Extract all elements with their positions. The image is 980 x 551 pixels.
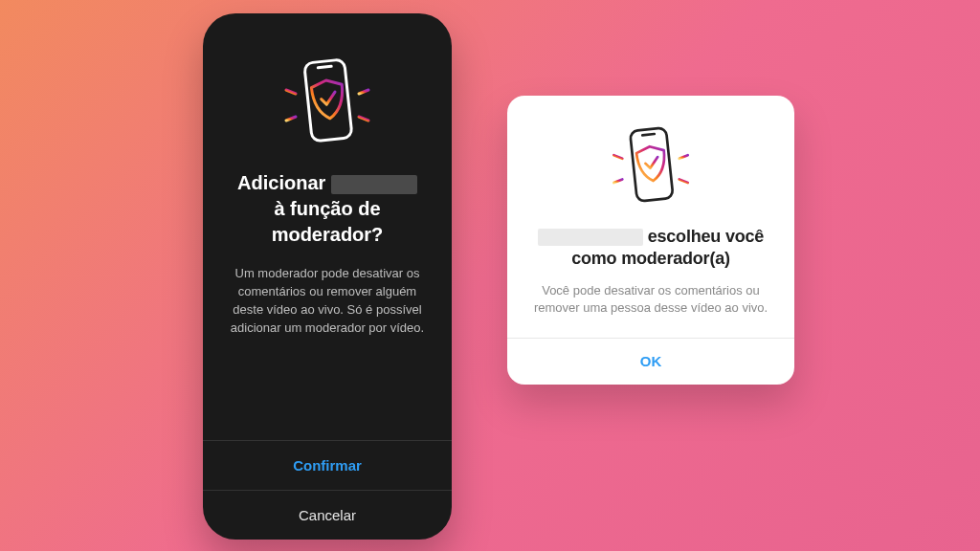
ok-button[interactable]: OK — [507, 338, 794, 385]
add-moderator-dialog: Adicionar à função de moderador? Um mode… — [203, 13, 452, 540]
phone-shield-icon — [603, 122, 699, 209]
svg-line-15 — [642, 134, 655, 135]
dialog-title: escolheu você como moderador(a) — [528, 226, 773, 271]
svg-line-2 — [286, 117, 296, 121]
svg-line-11 — [679, 155, 688, 159]
confirm-button[interactable]: Confirmar — [203, 440, 452, 490]
redacted-username — [331, 175, 417, 194]
title-prefix: Adicionar — [237, 172, 325, 193]
svg-line-5 — [359, 117, 368, 121]
svg-line-3 — [359, 90, 368, 94]
phone-shield-icon — [275, 54, 380, 149]
redacted-username — [538, 229, 643, 246]
moderator-notice-dialog: escolheu você como moderador(a) Você pod… — [507, 96, 794, 385]
svg-line-13 — [679, 179, 688, 183]
cancel-button[interactable]: Cancelar — [203, 490, 452, 540]
dialog-body: Um moderador pode desativar os comentári… — [224, 265, 431, 337]
title-suffix: à função de moderador? — [272, 198, 384, 245]
dialog-actions: Confirmar Cancelar — [203, 440, 452, 540]
svg-line-7 — [318, 66, 331, 67]
svg-line-8 — [613, 155, 622, 159]
dialog-body: Você pode desativar os comentários ou re… — [528, 282, 773, 317]
svg-line-10 — [613, 179, 622, 183]
dialog-title: Adicionar à função de moderador? — [224, 170, 431, 248]
svg-line-0 — [286, 90, 296, 94]
